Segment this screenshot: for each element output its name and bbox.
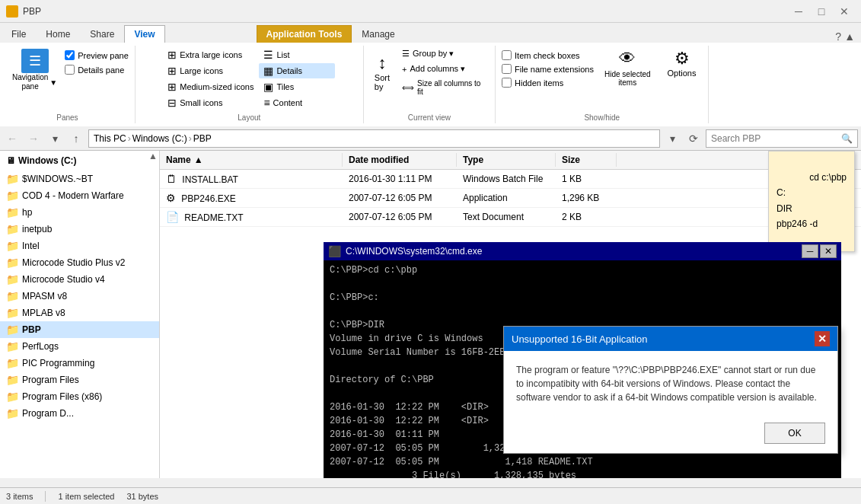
cmd-minimize-button[interactable]: ─ xyxy=(802,244,818,258)
tab-manage[interactable]: Manage xyxy=(352,25,404,43)
app-icon xyxy=(6,5,18,18)
minimize-button[interactable]: ─ xyxy=(788,4,809,19)
path-drive: Windows (C:) xyxy=(132,133,187,144)
file-icon-0: 🗒 xyxy=(166,173,177,185)
folder-icon-9: 📁 xyxy=(6,324,19,336)
layout-group-label: Layout xyxy=(238,110,260,122)
close-button[interactable]: ✕ xyxy=(834,4,855,19)
sidebar-item-11[interactable]: 📁 PIC Programming xyxy=(0,355,159,372)
folder-icon-12: 📁 xyxy=(6,374,19,386)
large-icons-button[interactable]: ⊞ Large icons xyxy=(163,63,258,78)
list-button[interactable]: ☰ List xyxy=(259,47,335,62)
tab-application-tools[interactable]: Application Tools xyxy=(257,25,352,43)
tab-view[interactable]: View xyxy=(124,25,164,43)
col-header-type[interactable]: Type xyxy=(457,153,556,167)
folder-icon-7: 📁 xyxy=(6,290,19,302)
ribbon-group-current-view: ↕ Sortby ☰ Group by ▾ + Add columns ▾ ⟺ … xyxy=(364,46,496,123)
folder-icon-3: 📁 xyxy=(6,223,19,235)
path-sep-2: › xyxy=(189,133,192,144)
group-by-icon: ☰ xyxy=(402,49,410,59)
sidebar-item-2[interactable]: 📁 hp xyxy=(0,204,159,221)
medium-icons-button[interactable]: ⊞ Medium-sized icons xyxy=(163,79,258,94)
details-pane-checkbox[interactable]: Details pane xyxy=(65,65,129,75)
refresh-button[interactable]: ⟳ xyxy=(684,129,703,148)
sidebar-item-7[interactable]: 📁 MPASM v8 xyxy=(0,288,159,305)
up-button[interactable]: ↑ xyxy=(67,129,85,148)
error-dialog-body: The program or feature "\??\C:\PBP\PBP24… xyxy=(504,351,837,416)
sort-by-button[interactable]: ↕ Sortby xyxy=(370,52,394,93)
file-row-1[interactable]: ⚙ PBP246.EXE 2007-07-12 6:05 PM Applicat… xyxy=(160,189,861,208)
sidebar-item-6[interactable]: 📁 Microcode Studio v4 xyxy=(0,271,159,288)
nav-pane-label: Navigation pane xyxy=(12,73,48,91)
sidebar-item-1[interactable]: 📁 COD 4 - Modern Warfare xyxy=(0,187,159,204)
medium-icons-icon: ⊞ xyxy=(167,81,177,93)
sidebar-item-0[interactable]: 📁 $WINDOWS.~BT xyxy=(0,171,159,187)
nav-pane-button[interactable]: ☰ Navigation pane ▼ xyxy=(6,47,63,93)
status-divider-1 xyxy=(45,491,46,502)
tab-home[interactable]: Home xyxy=(36,25,80,43)
content-button[interactable]: ≡ Content xyxy=(259,95,335,110)
folder-icon-1: 📁 xyxy=(6,190,19,202)
col-header-date[interactable]: Date modified xyxy=(343,153,457,167)
details-button[interactable]: ▦ Details xyxy=(259,63,335,78)
error-dialog-message: The program or feature "\??\C:\PBP\PBP24… xyxy=(516,363,825,404)
cmd-close-button[interactable]: ✕ xyxy=(820,244,837,258)
col-header-name[interactable]: Name ▲ xyxy=(160,153,343,167)
folder-icon-5: 📁 xyxy=(6,257,19,269)
size-all-columns-button[interactable]: ⟺ Size all columns to fit xyxy=(397,78,489,97)
sidebar-item-5[interactable]: 📁 Microcode Studio Plus v2 xyxy=(0,254,159,271)
status-size: 31 bytes xyxy=(126,492,158,501)
error-dialog-ok-button[interactable]: OK xyxy=(764,423,825,444)
ribbon-help-icon[interactable]: ? xyxy=(835,30,841,43)
sidebar-item-12[interactable]: 📁 Program Files xyxy=(0,372,159,388)
group-by-button[interactable]: ☰ Group by ▾ xyxy=(397,47,489,60)
tab-share[interactable]: Share xyxy=(80,25,124,43)
file-size-0: 1 KB xyxy=(556,172,617,186)
file-row-0[interactable]: 🗒 INSTALL.BAT 2016-01-30 1:11 PM Windows… xyxy=(160,170,861,189)
sidebar-item-13[interactable]: 📁 Program Files (x86) xyxy=(0,388,159,405)
address-path[interactable]: This PC › Windows (C:) › PBP xyxy=(88,129,660,148)
sidebar-item-label-6: Microcode Studio v4 xyxy=(22,274,105,285)
folder-icon-14: 📁 xyxy=(6,407,19,419)
folder-icon-8: 📁 xyxy=(6,307,19,319)
sidebar-scroll-up-arrow[interactable]: ▲ xyxy=(148,151,158,161)
search-input[interactable] xyxy=(711,133,838,144)
file-name-extensions-checkbox[interactable]: File name extensions xyxy=(502,64,594,74)
sidebar-header[interactable]: 🖥 Windows (C:) xyxy=(3,153,80,168)
col-header-size[interactable]: Size xyxy=(556,153,617,167)
back-button[interactable]: ← xyxy=(3,129,21,148)
maximize-button[interactable]: □ xyxy=(811,4,832,19)
tab-file[interactable]: File xyxy=(2,25,36,43)
error-dialog-close-button[interactable]: ✕ xyxy=(815,331,830,346)
sidebar-item-label-0: $WINDOWS.~BT xyxy=(22,174,93,184)
file-row-2[interactable]: 📄 README.TXT 2007-07-12 6:05 PM Text Doc… xyxy=(160,208,861,227)
hide-selected-items-button[interactable]: 👁 Hide selected items xyxy=(600,47,655,88)
options-button[interactable]: ⚙ Options xyxy=(662,47,703,79)
sidebar-item-4[interactable]: 📁 Intel xyxy=(0,238,159,254)
tiles-button[interactable]: ▣ Tiles xyxy=(259,79,335,94)
small-icons-button[interactable]: ⊟ Small icons xyxy=(163,95,258,110)
ribbon-collapse-icon[interactable]: ▲ xyxy=(844,30,855,43)
hidden-items-checkbox[interactable]: Hidden items xyxy=(502,78,594,88)
address-dropdown-button[interactable]: ▾ xyxy=(663,129,681,148)
forward-button[interactable]: → xyxy=(24,129,43,148)
file-name-1: ⚙ PBP246.EXE xyxy=(160,190,343,206)
item-checkboxes-checkbox[interactable]: Item check boxes xyxy=(502,50,594,60)
sort-by-label: Sortby xyxy=(375,73,390,91)
add-columns-button[interactable]: + Add columns ▾ xyxy=(397,62,489,75)
nav-pane-dropdown-icon: ▼ xyxy=(49,78,57,87)
sidebar-item-9[interactable]: 📁 PBP xyxy=(0,321,159,338)
extra-large-icons-button[interactable]: ⊞ Extra large icons xyxy=(163,47,258,62)
sidebar-item-10[interactable]: 📁 PerfLogs xyxy=(0,338,159,355)
preview-pane-checkbox[interactable]: Preview pane xyxy=(65,50,129,60)
sidebar-header-icon: 🖥 xyxy=(6,155,15,166)
sidebar-item-3[interactable]: 📁 inetpub xyxy=(0,221,159,238)
folder-icon-13: 📁 xyxy=(6,391,19,403)
file-table-header: Name ▲ Date modified Type Size xyxy=(160,151,861,170)
sidebar-item-14[interactable]: 📁 Program D... xyxy=(0,405,159,422)
sidebar-item-8[interactable]: 📁 MPLAB v8 xyxy=(0,305,159,321)
sidebar-header-label: Windows (C:) xyxy=(18,155,77,166)
status-selected: 1 item selected xyxy=(58,492,114,501)
recent-locations-button[interactable]: ▾ xyxy=(46,129,64,148)
folder-icon-10: 📁 xyxy=(6,340,19,352)
